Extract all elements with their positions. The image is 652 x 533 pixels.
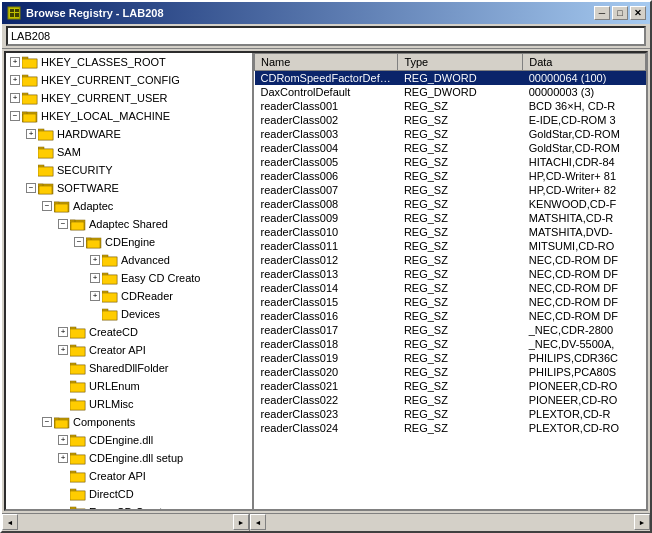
expand-icon[interactable]: + bbox=[10, 93, 20, 103]
tree-item[interactable]: + HKEY_CURRENT_CONFIG bbox=[6, 71, 252, 89]
svg-rect-2 bbox=[15, 9, 19, 12]
table-hscrollbar[interactable]: ◄ ► bbox=[250, 514, 650, 531]
tree-item[interactable]: + CDEngine.dll setup bbox=[6, 449, 252, 467]
collapse-icon[interactable]: − bbox=[58, 219, 68, 229]
tree-item[interactable]: DirectCD bbox=[6, 485, 252, 503]
table-row[interactable]: readerClass002REG_SZE-IDE,CD-ROM 3 bbox=[255, 113, 646, 127]
tree-scroll-right[interactable]: ► bbox=[233, 514, 249, 530]
table-row[interactable]: readerClass011REG_SZMITSUMI,CD-RO bbox=[255, 239, 646, 253]
table-row[interactable]: readerClass023REG_SZPLEXTOR,CD-R bbox=[255, 407, 646, 421]
table-row[interactable]: readerClass013REG_SZNEC,CD-ROM DF bbox=[255, 267, 646, 281]
minimize-button[interactable]: ─ bbox=[594, 6, 610, 20]
table-row[interactable]: readerClass017REG_SZ_NEC,CDR-2800 bbox=[255, 323, 646, 337]
table-row[interactable]: readerClass012REG_SZNEC,CD-ROM DF bbox=[255, 253, 646, 267]
table-row[interactable]: readerClass003REG_SZGoldStar,CD-ROM bbox=[255, 127, 646, 141]
expand-icon[interactable]: + bbox=[26, 129, 36, 139]
table-row[interactable]: readerClass022REG_SZPIONEER,CD-RO bbox=[255, 393, 646, 407]
expand-icon[interactable]: + bbox=[10, 75, 20, 85]
name-column-header[interactable]: Name bbox=[255, 54, 398, 71]
reg-name-cell: readerClass023 bbox=[255, 407, 398, 421]
folder-icon bbox=[38, 145, 54, 159]
collapse-icon[interactable]: − bbox=[42, 417, 52, 427]
tree-item[interactable]: + Easy CD Creato bbox=[6, 269, 252, 287]
expand-icon[interactable]: + bbox=[90, 291, 100, 301]
tree-scroll-left[interactable]: ◄ bbox=[2, 514, 18, 530]
address-input[interactable] bbox=[6, 26, 646, 46]
tree-item[interactable]: − HKEY_LOCAL_MACHINE bbox=[6, 107, 252, 125]
tree-item[interactable]: − Components bbox=[6, 413, 252, 431]
collapse-icon[interactable]: − bbox=[10, 111, 20, 121]
tree-item[interactable]: + Advanced bbox=[6, 251, 252, 269]
tree-item[interactable]: + CreateCD bbox=[6, 323, 252, 341]
registry-tree[interactable]: + HKEY_CLASSES_ROOT+ HKEY_CURRENT_CONFIG… bbox=[6, 53, 254, 509]
tree-item[interactable]: Creator API bbox=[6, 467, 252, 485]
tree-item[interactable]: − Adaptec Shared bbox=[6, 215, 252, 233]
tree-hscrollbar[interactable]: ◄ ► bbox=[2, 514, 250, 531]
table-row[interactable]: readerClass019REG_SZPHILIPS,CDR36C bbox=[255, 351, 646, 365]
expand-icon[interactable]: + bbox=[58, 453, 68, 463]
expand-icon[interactable]: + bbox=[90, 273, 100, 283]
table-row[interactable]: readerClass016REG_SZNEC,CD-ROM DF bbox=[255, 309, 646, 323]
tree-item[interactable]: − CDEngine bbox=[6, 233, 252, 251]
reg-type-cell: REG_SZ bbox=[398, 155, 523, 169]
table-row[interactable]: readerClass008REG_SZKENWOOD,CD-F bbox=[255, 197, 646, 211]
maximize-button[interactable]: □ bbox=[612, 6, 628, 20]
reg-type-cell: REG_SZ bbox=[398, 323, 523, 337]
table-row[interactable]: readerClass018REG_SZ_NEC,DV-5500A, bbox=[255, 337, 646, 351]
tree-item[interactable]: SAM bbox=[6, 143, 252, 161]
expand-icon[interactable]: + bbox=[90, 255, 100, 265]
expand-icon[interactable]: + bbox=[58, 435, 68, 445]
folder-icon bbox=[70, 433, 86, 447]
reg-name-cell: readerClass011 bbox=[255, 239, 398, 253]
reg-type-cell: REG_SZ bbox=[398, 393, 523, 407]
tree-item-label: HKEY_CLASSES_ROOT bbox=[41, 56, 166, 68]
tree-item[interactable]: − Adaptec bbox=[6, 197, 252, 215]
table-scroll-left[interactable]: ◄ bbox=[250, 514, 266, 530]
collapse-icon[interactable]: − bbox=[74, 237, 84, 247]
collapse-icon[interactable]: − bbox=[42, 201, 52, 211]
table-row[interactable]: DaxControlDefaultREG_DWORD00000003 (3) bbox=[255, 85, 646, 99]
expand-icon[interactable]: + bbox=[10, 57, 20, 67]
tree-item[interactable]: URLEnum bbox=[6, 377, 252, 395]
tree-item[interactable]: + HKEY_CURRENT_USER bbox=[6, 89, 252, 107]
table-row[interactable]: readerClass014REG_SZNEC,CD-ROM DF bbox=[255, 281, 646, 295]
tree-item[interactable]: + CDEngine.dll bbox=[6, 431, 252, 449]
tree-item[interactable]: Devices bbox=[6, 305, 252, 323]
tree-item[interactable]: URLMisc bbox=[6, 395, 252, 413]
tree-item[interactable]: + CDReader bbox=[6, 287, 252, 305]
reg-type-cell: REG_SZ bbox=[398, 421, 523, 435]
close-button[interactable]: ✕ bbox=[630, 6, 646, 20]
reg-name-cell: readerClass022 bbox=[255, 393, 398, 407]
svg-rect-55 bbox=[70, 347, 85, 356]
table-row[interactable]: readerClass007REG_SZHP,CD-Writer+ 82 bbox=[255, 183, 646, 197]
table-row[interactable]: CDRomSpeedFactorDefaultREG_DWORD00000064… bbox=[255, 71, 646, 86]
table-row[interactable]: readerClass004REG_SZGoldStar,CD-ROM bbox=[255, 141, 646, 155]
expand-icon[interactable]: + bbox=[58, 327, 68, 337]
tree-item[interactable]: Easy CD Creator bbox=[6, 503, 252, 509]
tree-item[interactable]: SECURITY bbox=[6, 161, 252, 179]
reg-type-cell: REG_SZ bbox=[398, 267, 523, 281]
tree-item[interactable]: − SOFTWARE bbox=[6, 179, 252, 197]
collapse-icon[interactable]: − bbox=[26, 183, 36, 193]
table-row[interactable]: readerClass021REG_SZPIONEER,CD-RO bbox=[255, 379, 646, 393]
table-row[interactable]: readerClass015REG_SZNEC,CD-ROM DF bbox=[255, 295, 646, 309]
expand-icon[interactable]: + bbox=[58, 345, 68, 355]
tree-item-label: SAM bbox=[57, 146, 81, 158]
table-row[interactable]: readerClass020REG_SZPHILIPS,PCA80S bbox=[255, 365, 646, 379]
tree-item[interactable]: SharedDllFolder bbox=[6, 359, 252, 377]
table-row[interactable]: readerClass024REG_SZPLEXTOR,CD-RO bbox=[255, 421, 646, 435]
table-row[interactable]: readerClass006REG_SZHP,CD-Writer+ 81 bbox=[255, 169, 646, 183]
table-scroll-right[interactable]: ► bbox=[634, 514, 650, 530]
tree-item[interactable]: + HKEY_CLASSES_ROOT bbox=[6, 53, 252, 71]
type-column-header[interactable]: Type bbox=[398, 54, 523, 71]
reg-data-cell: PIONEER,CD-RO bbox=[523, 393, 646, 407]
tree-item[interactable]: + HARDWARE bbox=[6, 125, 252, 143]
registry-table-container[interactable]: Name Type Data CDRomSpeedFactorDefaultRE… bbox=[254, 53, 646, 509]
table-row[interactable]: readerClass001REG_SZBCD 36×H, CD-R bbox=[255, 99, 646, 113]
svg-rect-73 bbox=[70, 455, 85, 464]
data-column-header[interactable]: Data bbox=[523, 54, 646, 71]
table-row[interactable]: readerClass010REG_SZMATSHITA,DVD- bbox=[255, 225, 646, 239]
tree-item[interactable]: + Creator API bbox=[6, 341, 252, 359]
table-row[interactable]: readerClass009REG_SZMATSHITA,CD-R bbox=[255, 211, 646, 225]
table-row[interactable]: readerClass005REG_SZHITACHI,CDR-84 bbox=[255, 155, 646, 169]
